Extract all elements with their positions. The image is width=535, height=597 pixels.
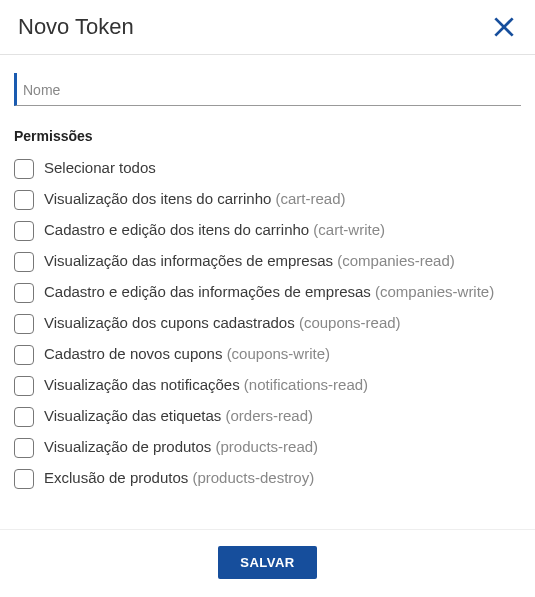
permission-label: Selecionar todos [44, 158, 156, 178]
permission-label-text: Cadastro e edição dos itens do carrinho [44, 221, 309, 238]
permission-label: Visualização dos cupons cadastrados (cou… [44, 313, 401, 333]
permission-row: Cadastro e edição das informações de emp… [14, 282, 521, 303]
permission-label: Cadastro e edição dos itens do carrinho … [44, 220, 385, 240]
token-modal: Novo Token Permissões Selecionar todosVi… [0, 0, 535, 597]
modal-header: Novo Token [0, 0, 535, 55]
permission-label-text: Visualização dos cupons cadastrados [44, 314, 295, 331]
permission-checkbox[interactable] [14, 376, 34, 396]
permission-slug: (products-read) [216, 438, 319, 455]
permission-checkbox[interactable] [14, 252, 34, 272]
permission-label: Visualização das informações de empresas… [44, 251, 455, 271]
permission-checkbox[interactable] [14, 469, 34, 489]
modal-footer: SALVAR [0, 529, 535, 597]
permission-row: Visualização das etiquetas (orders-read) [14, 406, 521, 427]
permission-row: Visualização das notificações (notificat… [14, 375, 521, 396]
permission-checkbox[interactable] [14, 438, 34, 458]
permission-slug: (notifications-read) [244, 376, 368, 393]
permission-label: Cadastro e edição das informações de emp… [44, 282, 494, 302]
permission-row: Visualização das informações de empresas… [14, 251, 521, 272]
permission-label-text: Visualização das informações de empresas [44, 252, 333, 269]
permission-checkbox[interactable] [14, 190, 34, 210]
permission-label: Visualização de produtos (products-read) [44, 437, 318, 457]
modal-title: Novo Token [18, 14, 134, 40]
permission-checkbox[interactable] [14, 345, 34, 365]
permission-slug: (products-destroy) [192, 469, 314, 486]
name-input-wrapper [14, 73, 521, 106]
permission-label-text: Cadastro e edição das informações de emp… [44, 283, 371, 300]
permission-checkbox[interactable] [14, 314, 34, 334]
permission-slug: (coupons-read) [299, 314, 401, 331]
permission-label: Exclusão de produtos (products-destroy) [44, 468, 314, 488]
permission-slug: (orders-read) [226, 407, 314, 424]
close-icon[interactable] [491, 14, 517, 40]
permission-label: Cadastro de novos cupons (coupons-write) [44, 344, 330, 364]
permission-label: Visualização dos itens do carrinho (cart… [44, 189, 346, 209]
permission-row: Visualização de produtos (products-read) [14, 437, 521, 458]
permission-slug: (cart-read) [276, 190, 346, 207]
permission-slug: (cart-write) [313, 221, 385, 238]
permission-checkbox[interactable] [14, 221, 34, 241]
permission-checkbox[interactable] [14, 159, 34, 179]
permission-label-text: Selecionar todos [44, 159, 156, 176]
permissions-list: Selecionar todosVisualização dos itens d… [14, 158, 521, 489]
permission-row: Selecionar todos [14, 158, 521, 179]
permission-checkbox[interactable] [14, 283, 34, 303]
permission-row: Visualização dos itens do carrinho (cart… [14, 189, 521, 210]
permission-slug: (coupons-write) [227, 345, 330, 362]
modal-content: Permissões Selecionar todosVisualização … [0, 55, 535, 529]
name-input[interactable] [23, 82, 515, 98]
permission-checkbox[interactable] [14, 407, 34, 427]
permission-label-text: Visualização de produtos [44, 438, 211, 455]
permission-slug: (companies-write) [375, 283, 494, 300]
permission-row: Cadastro e edição dos itens do carrinho … [14, 220, 521, 241]
permission-label-text: Visualização dos itens do carrinho [44, 190, 271, 207]
permission-row: Exclusão de produtos (products-destroy) [14, 468, 521, 489]
permission-row: Cadastro de novos cupons (coupons-write) [14, 344, 521, 365]
permission-row: Visualização dos cupons cadastrados (cou… [14, 313, 521, 334]
permission-label: Visualização das etiquetas (orders-read) [44, 406, 313, 426]
permission-label-text: Visualização das etiquetas [44, 407, 221, 424]
permission-label-text: Exclusão de produtos [44, 469, 188, 486]
permission-slug: (companies-read) [337, 252, 455, 269]
permission-label-text: Visualização das notificações [44, 376, 240, 393]
permissions-label: Permissões [14, 128, 521, 144]
save-button[interactable]: SALVAR [218, 546, 317, 579]
permission-label-text: Cadastro de novos cupons [44, 345, 222, 362]
permission-label: Visualização das notificações (notificat… [44, 375, 368, 395]
